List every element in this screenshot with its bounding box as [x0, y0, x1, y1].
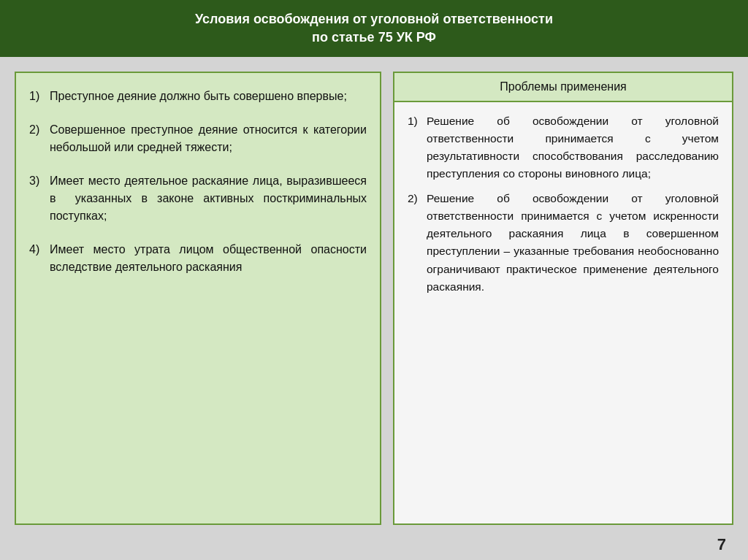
item-number: 4) [29, 241, 50, 276]
list-item: 1) Преступное деяние должно быть соверше… [29, 88, 367, 105]
right-panel-title: Проблемы применения [500, 80, 627, 93]
conditions-list: 1) Преступное деяние должно быть соверше… [29, 88, 367, 276]
item-number: 1) [408, 112, 427, 183]
item-text: Решение об освобождении от уголовной отв… [427, 190, 719, 295]
left-panel: 1) Преступное деяние должно быть соверше… [15, 72, 381, 525]
item-number: 2) [29, 121, 50, 156]
list-item: 4) Имеет место утрата лицом общественной… [29, 241, 367, 276]
slide-header: Условия освобождения от уголовной ответс… [0, 0, 748, 57]
header-line1: Условия освобождения от уголовной ответс… [195, 12, 553, 26]
item-text: Имеет место деятельное раскаяние лица, в… [50, 172, 367, 225]
item-number: 2) [408, 190, 427, 295]
right-panel-body: 1) Решение об освобождении от уголовной … [394, 102, 732, 523]
item-number: 3) [29, 172, 50, 225]
item-text: Совершенное преступное деяние относится … [50, 121, 367, 156]
item-text: Решение об освобождении от уголовной отв… [427, 112, 719, 183]
slide-footer: 7 [0, 532, 748, 560]
list-item: 1) Решение об освобождении от уголовной … [408, 112, 719, 183]
list-item: 2) Решение об освобождении от уголовной … [408, 190, 719, 295]
item-text: Преступное деяние должно быть совершено … [50, 88, 347, 105]
item-text: Имеет место утрата лицом общественной оп… [50, 241, 367, 276]
page-number: 7 [717, 535, 726, 553]
header-line2: по статье 75 УК РФ [312, 30, 436, 45]
list-item: 3) Имеет место деятельное раскаяние лица… [29, 172, 367, 225]
right-panel-header: Проблемы применения [394, 73, 732, 102]
list-item: 2) Совершенное преступное деяние относит… [29, 121, 367, 156]
right-panel: Проблемы применения 1) Решение об освобо… [393, 72, 733, 525]
item-number: 1) [29, 88, 50, 105]
main-content: 1) Преступное деяние должно быть соверше… [0, 57, 748, 532]
